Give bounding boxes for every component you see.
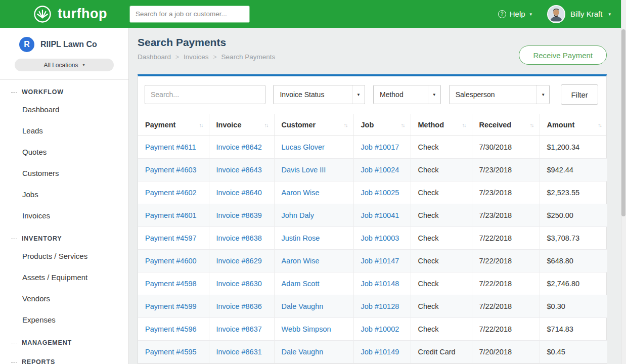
global-search-input[interactable] [129, 6, 250, 23]
method-select[interactable]: Method ▼ [373, 85, 441, 104]
payment-link[interactable]: Payment #4603 [145, 166, 197, 174]
payment-link[interactable]: Payment #4599 [145, 302, 197, 310]
job-link[interactable]: Job #10024 [361, 166, 399, 174]
customer-link[interactable]: Dale Vaughn [282, 302, 324, 310]
invoice-link[interactable]: Invoice #8631 [216, 348, 262, 356]
payment-link[interactable]: Payment #4602 [145, 189, 197, 197]
sort-icon[interactable]: ↑↓ [344, 122, 348, 128]
sidebar-section-workflow[interactable]: WORKFLOW [0, 80, 128, 99]
payment-link[interactable]: Payment #4601 [145, 211, 197, 219]
help-menu[interactable]: ? Help ▾ [498, 10, 532, 18]
job-link-cell: Job #10024 [353, 159, 411, 181]
invoice-link[interactable]: Invoice #8642 [216, 143, 262, 151]
salesperson-select[interactable]: Salesperson ▼ [449, 85, 550, 104]
payments-search-input[interactable] [145, 85, 265, 104]
payment-link[interactable]: Payment #4595 [145, 348, 197, 356]
column-header-amount[interactable]: Amount↑↓ [540, 114, 607, 136]
job-link[interactable]: Job #10002 [361, 325, 399, 333]
payment-link[interactable]: Payment #4596 [145, 325, 197, 333]
sort-icon[interactable]: ↑↓ [530, 122, 534, 128]
sort-icon[interactable]: ↑↓ [264, 122, 269, 128]
invoice-link[interactable]: Invoice #8630 [216, 280, 262, 288]
location-selector[interactable]: All Locations ▾ [15, 59, 114, 71]
sidebar-section-management[interactable]: MANAGEMENT [0, 331, 128, 350]
sort-icon[interactable]: ↑↓ [462, 122, 467, 128]
sidebar-item-products-services[interactable]: Products / Services [0, 246, 128, 267]
scrollbar[interactable] [621, 0, 626, 364]
sidebar-item-jobs[interactable]: Jobs [0, 184, 128, 205]
payment-link[interactable]: Payment #4597 [145, 234, 197, 242]
breadcrumb-item-invoices[interactable]: Invoices [184, 53, 209, 61]
sort-icon[interactable]: ↑↓ [598, 122, 602, 128]
customer-link[interactable]: Dale Vaughn [282, 348, 324, 356]
payment-link[interactable]: Payment #4611 [145, 143, 196, 151]
receive-payment-button[interactable]: Receive Payment [519, 46, 607, 65]
job-link[interactable]: Job #10003 [361, 234, 399, 242]
payment-link-cell: Payment #4602 [138, 181, 209, 204]
method-cell: Check [411, 318, 472, 341]
customer-link[interactable]: Justin Rose [282, 234, 320, 242]
invoice-link[interactable]: Invoice #8640 [216, 189, 262, 197]
invoice-link[interactable]: Invoice #8629 [216, 257, 262, 265]
job-link[interactable]: Job #10148 [361, 280, 399, 288]
column-header-job[interactable]: Job↑↓ [353, 114, 411, 136]
column-header-method[interactable]: Method↑↓ [411, 114, 472, 136]
brand-logo[interactable]: turfhop [32, 4, 107, 24]
sidebar-item-leads[interactable]: Leads [0, 120, 128, 142]
customer-link-cell: Aaron Wise [274, 250, 353, 272]
column-header-invoice[interactable]: Invoice↑↓ [209, 114, 274, 136]
received-cell: 7/22/2018 [472, 272, 540, 295]
customer-link[interactable]: Aaron Wise [282, 189, 320, 197]
invoice-link[interactable]: Invoice #8638 [216, 234, 262, 242]
job-link[interactable]: Job #10041 [361, 211, 399, 219]
breadcrumb-item-dashboard[interactable]: Dashboard [138, 53, 171, 61]
customer-link[interactable]: Aaron Wise [282, 257, 320, 265]
table-header-row: Payment↑↓Invoice↑↓Customer↑↓Job↑↓Method↑… [138, 114, 607, 136]
column-header-received[interactable]: Received↑↓ [472, 114, 540, 136]
customer-link[interactable]: John Daly [282, 211, 314, 219]
payment-link-cell: Payment #4600 [138, 250, 209, 272]
table-row: Payment #4603Invoice #8643Davis Love III… [138, 159, 607, 181]
sidebar-item-quotes[interactable]: Quotes [0, 142, 128, 163]
method-cell: Check [411, 181, 472, 204]
job-link-cell: Job #10149 [353, 341, 411, 363]
invoice-link[interactable]: Invoice #8636 [216, 302, 262, 310]
sidebar-item-assets-equipment[interactable]: Assets / Equipment [0, 267, 128, 288]
chevron-down-icon: ▾ [83, 63, 85, 67]
filter-button[interactable]: Filter [561, 84, 598, 105]
job-link[interactable]: Job #10128 [361, 302, 399, 310]
sidebar-item-customers[interactable]: Customers [0, 163, 128, 184]
invoice-link[interactable]: Invoice #8643 [216, 166, 262, 174]
invoice-link[interactable]: Invoice #8637 [216, 325, 262, 333]
invoice-link[interactable]: Invoice #8639 [216, 211, 262, 219]
table-row: Payment #4598Invoice #8630Adam ScottJob … [138, 272, 607, 295]
column-header-customer[interactable]: Customer↑↓ [274, 114, 353, 136]
customer-link[interactable]: Davis Love III [282, 166, 326, 174]
job-link[interactable]: Job #10017 [361, 143, 399, 151]
payment-link[interactable]: Payment #4598 [145, 280, 197, 288]
customer-link[interactable]: Adam Scott [282, 280, 320, 288]
sidebar-item-expenses[interactable]: Expenses [0, 309, 128, 331]
sidebar-section-reports[interactable]: REPORTS [0, 350, 128, 364]
sidebar-item-invoices[interactable]: Invoices [0, 205, 128, 226]
payments-card: Invoice Status ▼ Method ▼ Salesperson ▼ … [138, 74, 607, 364]
invoice-status-select[interactable]: Invoice Status ▼ [273, 85, 365, 104]
sort-icon[interactable]: ↑↓ [401, 122, 406, 128]
job-link[interactable]: Job #10149 [361, 348, 399, 356]
customer-link-cell: Dale Vaughn [274, 295, 353, 318]
scrollbar-thumb[interactable] [621, 29, 625, 216]
customer-link[interactable]: Lucas Glover [282, 143, 325, 151]
sidebar-section-inventory[interactable]: INVENTORY [0, 226, 128, 246]
user-menu[interactable]: Billy Kraft ▾ [547, 5, 611, 23]
job-link[interactable]: Job #10147 [361, 257, 399, 265]
sidebar-item-dashboard[interactable]: Dashboard [0, 99, 128, 120]
payment-link-cell: Payment #4596 [138, 318, 209, 341]
job-link[interactable]: Job #10025 [361, 189, 399, 197]
column-header-payment[interactable]: Payment↑↓ [138, 114, 209, 136]
sort-icon[interactable]: ↑↓ [199, 122, 204, 128]
customer-link[interactable]: Webb Simpson [282, 325, 331, 333]
sidebar-item-vendors[interactable]: Vendors [0, 288, 128, 309]
payment-link[interactable]: Payment #4600 [145, 257, 197, 265]
job-link-cell: Job #10148 [353, 272, 411, 295]
job-link-cell: Job #10003 [353, 227, 411, 250]
